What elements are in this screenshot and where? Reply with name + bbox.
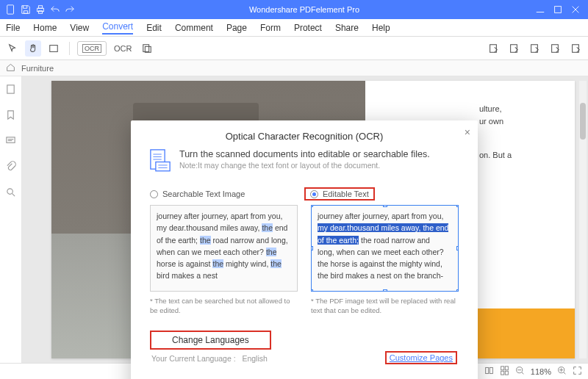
preview-searchable-box: journey after journey, apart from you, m… <box>150 205 298 292</box>
redo-icon[interactable] <box>65 4 75 15</box>
left-panel <box>0 76 22 363</box>
to-excel-icon[interactable] <box>506 40 522 57</box>
document-text-fragment: ulture, ur own on. But a <box>479 103 567 162</box>
svg-rect-34 <box>501 371 503 375</box>
menu-share[interactable]: Share <box>335 23 359 33</box>
batch-convert-icon[interactable] <box>139 40 155 57</box>
svg-rect-31 <box>490 367 492 373</box>
thumbnails-icon[interactable] <box>5 84 16 98</box>
two-page-icon[interactable] <box>484 366 494 377</box>
window-title: Wondershare PDFelement Pro <box>81 5 528 14</box>
ocr-badge: OCR <box>77 41 107 56</box>
to-word-icon[interactable] <box>485 40 501 57</box>
preview-searchable: journey after journey, apart from you, m… <box>150 205 298 316</box>
fullscreen-icon[interactable] <box>573 366 582 377</box>
svg-rect-15 <box>7 137 15 143</box>
change-languages-button[interactable]: Change Languages <box>150 331 271 350</box>
select-tool[interactable] <box>46 40 62 57</box>
svg-rect-2 <box>38 6 42 9</box>
radio-selected-icon <box>310 190 318 198</box>
svg-rect-7 <box>143 44 149 51</box>
svg-rect-24 <box>156 162 170 171</box>
minimize-button[interactable] <box>535 4 545 15</box>
to-ppt-icon[interactable] <box>526 40 542 57</box>
zoom-level: 118% <box>531 367 551 376</box>
menu-edit[interactable]: Edit <box>146 23 162 33</box>
menu-view[interactable]: View <box>70 23 89 33</box>
svg-rect-5 <box>555 7 562 13</box>
svg-line-38 <box>522 372 523 374</box>
customize-pages-link[interactable]: Customize Pages <box>385 351 457 364</box>
radio-icon <box>150 190 158 198</box>
menu-page[interactable]: Page <box>226 23 247 33</box>
svg-rect-32 <box>501 367 503 370</box>
comments-icon[interactable] <box>5 135 16 149</box>
search-icon[interactable] <box>5 187 16 201</box>
home-icon[interactable] <box>6 62 15 73</box>
dialog-close-button[interactable]: × <box>465 126 470 138</box>
menu-protect[interactable]: Protect <box>294 23 322 33</box>
svg-rect-33 <box>505 367 508 370</box>
svg-rect-0 <box>7 5 14 14</box>
svg-rect-35 <box>505 371 508 375</box>
maximize-button[interactable] <box>553 4 563 15</box>
breadcrumb: Furniture <box>0 60 588 76</box>
titlebar: Wondershare PDFelement Pro <box>0 0 588 19</box>
preview-editable-box: journey after journey, apart from you, m… <box>311 205 459 292</box>
two-continuous-icon[interactable] <box>500 366 509 377</box>
menu-form[interactable]: Form <box>260 23 281 33</box>
menubar: File Home View Convert Edit Comment Page… <box>0 19 588 37</box>
ocr-dialog: × Optical Character Recognition (OCR) Tu… <box>131 120 478 379</box>
to-image-icon[interactable] <box>547 40 563 57</box>
dialog-note: Note:It may change the text font or layo… <box>179 161 430 170</box>
hand-tool[interactable] <box>25 40 41 57</box>
save-icon[interactable] <box>21 4 31 15</box>
ocr-button[interactable]: OCR <box>111 40 135 57</box>
vertical-scrollbar[interactable] <box>579 81 587 358</box>
close-button[interactable] <box>570 4 581 15</box>
attachments-icon[interactable] <box>5 161 16 175</box>
option-editable[interactable]: Editable Text <box>304 187 459 201</box>
menu-home[interactable]: Home <box>33 23 57 33</box>
zoom-out-icon[interactable] <box>515 366 525 377</box>
option-searchable[interactable]: Searchable Text Image <box>150 187 304 201</box>
svg-line-19 <box>12 193 15 196</box>
print-icon[interactable] <box>35 4 46 15</box>
menu-comment[interactable]: Comment <box>175 23 213 33</box>
document-ocr-icon <box>150 149 171 173</box>
svg-rect-30 <box>485 367 488 373</box>
svg-rect-6 <box>50 45 58 51</box>
dialog-title: Optical Character Recognition (OCR) <box>147 131 462 142</box>
menu-file[interactable]: File <box>6 23 20 33</box>
svg-point-18 <box>7 189 13 195</box>
undo-icon[interactable] <box>50 4 60 15</box>
zoom-in-icon[interactable] <box>557 366 567 377</box>
breadcrumb-item[interactable]: Furniture <box>21 64 54 73</box>
dialog-heading: Turn the scanned documents into editable… <box>179 149 430 159</box>
workspace: ulture, ur own on. But a × Optical Chara… <box>0 76 588 363</box>
pointer-tool[interactable] <box>4 40 21 57</box>
bookmarks-icon[interactable] <box>5 109 16 123</box>
app-icon <box>6 4 16 15</box>
to-pdf-icon[interactable] <box>567 40 584 57</box>
preview-editable: journey after journey, apart from you, m… <box>311 205 459 316</box>
menu-convert[interactable]: Convert <box>102 21 133 35</box>
menu-help[interactable]: Help <box>372 23 390 33</box>
svg-line-42 <box>564 372 565 374</box>
toolbar: OCR OCR <box>0 37 588 60</box>
svg-rect-14 <box>7 85 14 93</box>
